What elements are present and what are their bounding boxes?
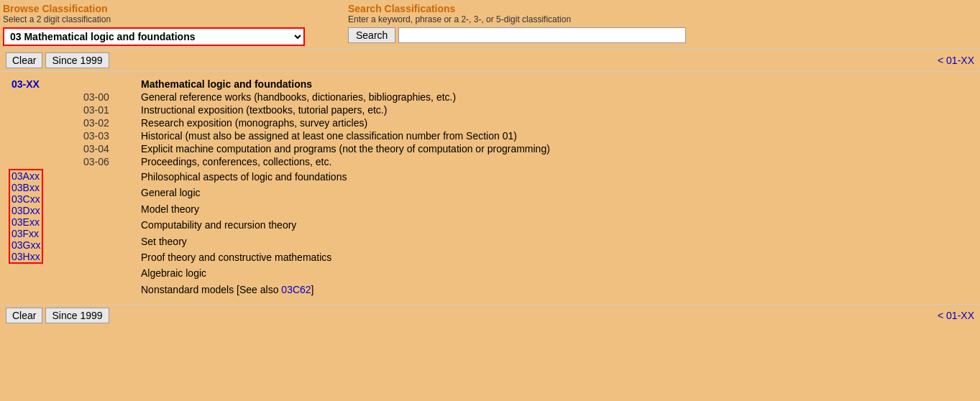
- main-content: 03-XX Mathematical logic and foundations…: [0, 72, 980, 304]
- toolbar-left: Clear Since 1999: [6, 52, 109, 68]
- bottom-toolbar: Clear Since 1999 < 01-XX: [0, 304, 980, 326]
- main-title-cell: Mathematical logic and foundations: [135, 78, 974, 91]
- main-code-cell: 03-XX: [6, 78, 78, 91]
- search-section: Search Classifications Enter a keyword, …: [348, 3, 974, 43]
- subcat-desc-03Bxx: General logic: [141, 185, 968, 200]
- subcat-link-03Exx[interactable]: 03Exx: [12, 216, 40, 228]
- subcat-link-03Gxx[interactable]: 03Gxx: [12, 239, 40, 251]
- subcat-desc-03Dxx: Computability and recursion theory: [141, 217, 968, 233]
- dropdown-wrapper: 03 Mathematical logic and foundations: [3, 27, 305, 46]
- bottom-toolbar-right: < 01-XX: [938, 310, 974, 321]
- search-input[interactable]: [398, 27, 686, 43]
- table-row: 03-01 Instructional exposition (textbook…: [6, 103, 974, 116]
- subcat-link-03Hxx[interactable]: 03Hxx: [12, 251, 40, 262]
- table-row: 03-00 General reference works (handbooks…: [6, 91, 974, 103]
- since-button-top[interactable]: Since 1999: [45, 52, 109, 68]
- prev-nav-bottom[interactable]: < 01-XX: [938, 310, 974, 321]
- see-also-03C62[interactable]: 03C62: [281, 284, 311, 295]
- subcat-link-03Dxx[interactable]: 03Dxx: [12, 205, 40, 216]
- bottom-toolbar-left: Clear Since 1999: [6, 308, 109, 323]
- search-button[interactable]: Search: [348, 27, 395, 43]
- main-code-link[interactable]: 03-XX: [12, 78, 40, 90]
- subcat-link-03Fxx[interactable]: 03Fxx: [12, 228, 40, 239]
- subcat-descriptions: Philosophical aspects of logic and found…: [141, 169, 968, 298]
- clear-button-bottom[interactable]: Clear: [6, 308, 42, 323]
- search-row: Search: [348, 27, 974, 43]
- table-row: 03-06 Proceedings, conferences, collecti…: [6, 155, 974, 168]
- subcat-desc-03Gxx: Algebraic logic: [141, 265, 968, 281]
- subcategory-row-03Axx: 03Axx 03Bxx 03Cxx 03Dxx 03Exx 03Fxx 03Gx…: [6, 168, 974, 298]
- subcat-desc-03Exx: Set theory: [141, 234, 968, 249]
- clear-button-top[interactable]: Clear: [6, 52, 42, 68]
- main-heading-row: 03-XX Mathematical logic and foundations: [6, 78, 974, 91]
- classification-dropdown[interactable]: 03 Mathematical logic and foundations: [3, 27, 305, 46]
- browse-section: Browse Classification Select a 2 digit c…: [3, 3, 305, 46]
- subcat-desc-03Hxx: Nonstandard models [See also 03C62]: [141, 282, 968, 298]
- top-bar: Browse Classification Select a 2 digit c…: [0, 0, 980, 50]
- subcat-link-group: 03Axx 03Bxx 03Cxx 03Dxx 03Exx 03Fxx 03Gx…: [9, 169, 43, 264]
- search-title: Search Classifications: [348, 3, 974, 14]
- subcat-desc-03Axx: Philosophical aspects of logic and found…: [141, 169, 968, 185]
- browse-title: Browse Classification: [3, 3, 305, 14]
- browse-subtitle: Select a 2 digit classification: [3, 14, 305, 24]
- search-subtitle: Enter a keyword, phrase or a 2-, 3-, or …: [348, 14, 974, 24]
- top-toolbar: Clear Since 1999 < 01-XX: [0, 50, 980, 72]
- table-row: 03-02 Research exposition (monographs, s…: [6, 116, 974, 129]
- table-row: 03-03 Historical (must also be assigned …: [6, 129, 974, 142]
- empty-cell-1: [78, 78, 135, 91]
- subcat-link-03Bxx[interactable]: 03Bxx: [12, 182, 40, 193]
- toolbar-right: < 01-XX: [938, 55, 974, 66]
- table-row: 03-04 Explicit machine computation and p…: [6, 142, 974, 155]
- subcat-link-03Axx[interactable]: 03Axx: [12, 170, 40, 182]
- subcat-desc-03Cxx: Model theory: [141, 201, 968, 217]
- prev-nav-top[interactable]: < 01-XX: [938, 55, 974, 66]
- since-button-bottom[interactable]: Since 1999: [45, 308, 109, 323]
- subcat-desc-03Fxx: Proof theory and constructive mathematic…: [141, 249, 968, 265]
- classification-table: 03-XX Mathematical logic and foundations…: [6, 78, 974, 298]
- subcat-link-03Cxx[interactable]: 03Cxx: [12, 193, 40, 205]
